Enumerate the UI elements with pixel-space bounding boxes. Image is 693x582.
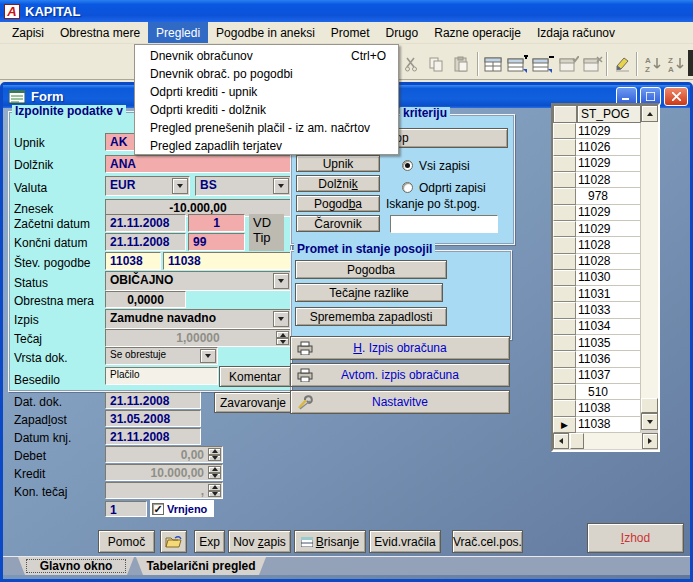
izhod-button[interactable]: Izhod bbox=[587, 523, 684, 553]
vsi-zapisi-radio[interactable] bbox=[402, 160, 413, 171]
zacetni-vd-field[interactable]: 1 bbox=[188, 214, 245, 232]
debet-spinner[interactable] bbox=[208, 448, 221, 461]
menu-item[interactable]: Dnevnik obrač. po pogodbi bbox=[135, 65, 398, 83]
open-folder-button[interactable] bbox=[160, 530, 187, 553]
upnik-button[interactable]: Upnik bbox=[296, 155, 380, 172]
tab-tabelaricni-pregled[interactable]: Tabelarični pregled bbox=[136, 557, 266, 575]
row-value[interactable]: 11038 bbox=[576, 417, 641, 433]
scroll-left-button[interactable] bbox=[553, 433, 569, 449]
table-row[interactable]: ▶ 11038 bbox=[553, 417, 641, 433]
menubar-item-drugo[interactable]: Drugo bbox=[378, 22, 427, 43]
dolznik-field[interactable]: ANA bbox=[105, 155, 291, 173]
menubar-item-zapisi[interactable]: Zapisi bbox=[4, 22, 52, 43]
carovnik-button[interactable]: Čarovnik bbox=[296, 215, 380, 232]
row-value[interactable]: 510 bbox=[576, 384, 641, 400]
table-row[interactable]: 978 bbox=[553, 188, 641, 204]
scroll-up-button[interactable] bbox=[641, 105, 658, 122]
status-combo[interactable]: OBIČAJNO bbox=[105, 271, 291, 291]
evid-vracila-button[interactable]: Evid.vračila bbox=[369, 530, 441, 553]
menu-item[interactable]: Odprti krediti - dolžnik bbox=[135, 101, 398, 119]
row-value[interactable]: 11036 bbox=[576, 351, 641, 367]
scroll-right-button[interactable] bbox=[642, 433, 658, 449]
vertical-scrollbar-thumb[interactable] bbox=[641, 398, 658, 413]
menubar-item-razne-operacije[interactable]: Razne operacije bbox=[426, 22, 529, 43]
sort-az-icon[interactable]: AZ bbox=[642, 52, 664, 76]
sort-za-icon[interactable]: ZA bbox=[665, 52, 687, 76]
kon-tecaj-spinner[interactable] bbox=[208, 484, 221, 497]
obrestna-mera-field[interactable]: 0,0000 bbox=[105, 291, 186, 308]
chevron-down-icon[interactable] bbox=[273, 273, 289, 289]
chevron-down-icon[interactable] bbox=[273, 311, 289, 327]
stev-pogodbe-to-field[interactable]: 11038 bbox=[163, 252, 291, 270]
row-value[interactable]: 11031 bbox=[576, 286, 641, 302]
menubar-item-obrestna-mere[interactable]: Obrestna mere bbox=[52, 22, 148, 43]
row-value[interactable]: 11033 bbox=[576, 302, 641, 318]
horizontal-scrollbar-thumb[interactable] bbox=[570, 433, 584, 449]
table-row[interactable]: 11028 bbox=[553, 237, 641, 253]
table-accept-icon[interactable] bbox=[558, 52, 580, 76]
row-value[interactable]: 11038 bbox=[576, 400, 641, 416]
zavarovanje-button[interactable]: Zavarovanje bbox=[214, 392, 292, 413]
nastavitve-button[interactable]: Nastavitve bbox=[290, 390, 510, 414]
koncni-datum-field[interactable]: 21.11.2008 bbox=[105, 233, 186, 251]
kon-tecaj-field[interactable]: , bbox=[105, 482, 223, 499]
table-row[interactable]: 11031 bbox=[553, 286, 641, 302]
table-row[interactable]: 510 bbox=[553, 384, 641, 400]
row-value[interactable]: 11035 bbox=[576, 335, 641, 351]
kredit-field[interactable]: 10.000,00 bbox=[105, 464, 223, 481]
cut-icon[interactable] bbox=[400, 52, 422, 76]
table-row[interactable]: 11028 bbox=[553, 172, 641, 188]
tecajne-razlike-button[interactable]: Tečajne razlike bbox=[295, 283, 443, 302]
table-row[interactable]: 11030 bbox=[553, 270, 641, 286]
chevron-down-icon[interactable] bbox=[172, 178, 188, 194]
vrac-cel-pos-button[interactable]: Vrač.cel.pos. bbox=[452, 530, 523, 553]
row-value[interactable]: 11030 bbox=[576, 270, 641, 286]
row-value[interactable]: 11029 bbox=[576, 123, 641, 139]
row-value[interactable]: 11034 bbox=[576, 319, 641, 335]
menubar-item-promet[interactable]: Promet bbox=[323, 22, 378, 43]
izpis-combo[interactable]: Zamudne navadno bbox=[105, 309, 291, 329]
menu-item[interactable]: Dnevnik obračunov Ctrl+O bbox=[135, 47, 398, 65]
menu-item[interactable]: Pregled zapadlih terjatev bbox=[135, 137, 398, 155]
kredit-spinner[interactable] bbox=[208, 466, 221, 479]
h-izpis-button[interactable]: H. Izpis obračuna bbox=[290, 336, 510, 360]
tab-glavno-okno[interactable]: Glavno okno bbox=[18, 557, 134, 575]
copy-icon[interactable] bbox=[425, 52, 447, 76]
pomoc-button[interactable]: Pomoč bbox=[98, 530, 155, 553]
debet-field[interactable]: 0,00 bbox=[105, 446, 223, 463]
row-value[interactable]: 11026 bbox=[576, 139, 641, 155]
odprti-zapisi-radio[interactable] bbox=[402, 182, 413, 193]
row-value[interactable]: 11037 bbox=[576, 368, 641, 384]
besedilo-field[interactable]: Plačilo bbox=[105, 367, 218, 385]
tecaj-spinner[interactable] bbox=[276, 331, 289, 345]
row-value[interactable]: 11028 bbox=[576, 172, 641, 188]
avtom-izpis-button[interactable]: Avtom. izpis obračuna bbox=[290, 363, 510, 387]
valuta-rate-combo[interactable]: BS bbox=[195, 176, 291, 196]
datum-knj-field[interactable]: 21.11.2008 bbox=[105, 428, 201, 445]
table-cancel-icon[interactable] bbox=[582, 52, 604, 76]
pogodba-button[interactable]: Pogodba bbox=[296, 195, 380, 212]
zacetni-datum-field[interactable]: 21.11.2008 bbox=[105, 214, 186, 232]
table-add-icon[interactable] bbox=[507, 52, 529, 76]
menubar-item-pregledi[interactable]: Pregledi bbox=[148, 22, 208, 43]
paste-icon[interactable] bbox=[450, 52, 472, 76]
partial-toolbar-icon[interactable] bbox=[688, 50, 693, 76]
table-row[interactable]: 11038 bbox=[553, 400, 641, 416]
chevron-down-icon[interactable] bbox=[273, 178, 289, 194]
dolznik-button[interactable]: Dolžnik bbox=[296, 175, 380, 192]
menubar-item-pogodbe-in-aneksi[interactable]: Pogodbe in aneksi bbox=[208, 22, 323, 43]
table-row[interactable]: 11036 bbox=[553, 351, 641, 367]
valuta-currency-combo[interactable]: EUR bbox=[105, 176, 190, 196]
nov-zapis-button[interactable]: Nov zapis bbox=[228, 530, 291, 553]
menu-item[interactable]: Odprti krediti - upnik bbox=[135, 83, 398, 101]
table-row[interactable]: 11029 bbox=[553, 205, 641, 221]
search-input[interactable] bbox=[390, 215, 498, 233]
table-row[interactable]: 11034 bbox=[553, 319, 641, 335]
table-row[interactable]: 11029 bbox=[553, 221, 641, 237]
menu-item[interactable]: Pregled prenešenih plačil - iz am. načrt… bbox=[135, 119, 398, 137]
table-row[interactable]: 11028 bbox=[553, 254, 641, 270]
sprememba-zapadlosti-button[interactable]: Sprememba zapadlosti bbox=[295, 307, 447, 326]
table-row[interactable]: 11026 bbox=[553, 139, 641, 155]
vrnjeno-number-field[interactable]: 1 bbox=[105, 501, 147, 517]
stev-pogodbe-from-field[interactable]: 11038 bbox=[105, 252, 161, 270]
